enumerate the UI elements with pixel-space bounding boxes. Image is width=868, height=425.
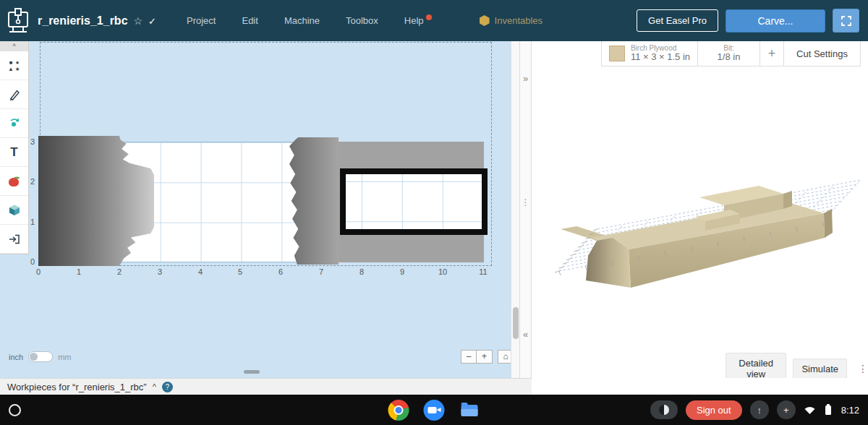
fullscreen-expand-button[interactable] — [833, 9, 859, 33]
x-tick: 1 — [72, 267, 86, 276]
menu-machine[interactable]: Machine — [284, 15, 320, 26]
notification-arrow-icon[interactable]: ↑ — [750, 400, 769, 419]
preview-3d-viewport[interactable] — [532, 41, 868, 395]
menu-help[interactable]: Help — [404, 15, 432, 26]
zoom-app-icon[interactable] — [424, 400, 445, 421]
shapes-icon: ■●▲★ — [8, 59, 21, 72]
notification-status-pill[interactable] — [650, 400, 678, 419]
zoom-out-button[interactable]: – — [461, 350, 477, 364]
bit-selector[interactable]: Bit: 1/8 in — [697, 41, 760, 66]
material-selector[interactable]: Birch Plywood 11 × 3 × 1.5 in — [602, 41, 697, 66]
pen-tool[interactable] — [0, 80, 28, 109]
mm-label: mm — [58, 353, 71, 361]
horizontal-scrollbar-thumb[interactable] — [244, 370, 260, 374]
workpieces-collapse-icon[interactable]: ^ — [153, 382, 156, 391]
workpieces-help-icon[interactable]: ? — [162, 382, 173, 392]
vertical-scrollbar[interactable] — [511, 41, 519, 378]
help-notification-dot — [426, 14, 432, 20]
do-not-disturb-icon — [659, 405, 669, 415]
y-tick: 0 — [25, 257, 35, 266]
cut-settings-button[interactable]: Cut Settings — [783, 41, 860, 66]
design-pane: 0 1 2 3 4 5 6 7 8 9 10 11 3 2 1 0 inch m… — [0, 41, 519, 378]
files-app-icon[interactable] — [459, 400, 480, 421]
sign-out-button[interactable]: Sign out — [686, 400, 742, 420]
easel-logo-icon[interactable] — [7, 7, 29, 35]
selected-rectangle-object[interactable] — [340, 168, 488, 235]
collapse-left-icon[interactable]: « — [520, 329, 531, 340]
saved-check-icon: ✓ — [148, 16, 156, 27]
x-tick: 4 — [193, 267, 208, 276]
simulate-button[interactable]: Simulate — [793, 359, 847, 379]
easel-app: r_renieris_1_rbc ☆ ✓ Project Edit Machin… — [0, 0, 868, 425]
import-tool[interactable] — [0, 225, 28, 254]
offset-circle-icon — [8, 117, 21, 130]
x-tick: 11 — [476, 267, 490, 276]
apple-icon — [9, 176, 20, 186]
pane-divider[interactable]: » ⋮ « — [519, 41, 532, 378]
design-canvas[interactable]: 0 1 2 3 4 5 6 7 8 9 10 11 3 2 1 0 inch m… — [0, 41, 511, 378]
carved-stock-3d — [561, 186, 833, 288]
apple-app-tool[interactable] — [0, 167, 28, 196]
project-title[interactable]: r_renieris_1_rbc — [38, 14, 128, 27]
x-tick: 0 — [31, 267, 46, 276]
menu-edit[interactable]: Edit — [242, 15, 258, 26]
zoom-in-button[interactable]: + — [477, 350, 493, 364]
folder-icon — [461, 405, 478, 416]
x-tick: 7 — [314, 267, 328, 276]
wifi-icon[interactable] — [804, 405, 816, 415]
preview-menu-dots-icon[interactable]: ⋮ — [858, 366, 868, 371]
x-tick: 6 — [273, 267, 288, 276]
zoom-home-button[interactable]: ⌂ — [498, 350, 511, 364]
inch-label: inch — [9, 353, 23, 361]
material-settings-bar: Birch Plywood 11 × 3 × 1.5 in Bit: 1/8 i… — [601, 41, 861, 66]
divider-drag-dots-icon[interactable]: ⋮ — [520, 200, 531, 205]
workpieces-bar[interactable]: Workpieces for “r_renieris_1_rbc” ^ ? — [0, 378, 532, 395]
toggle-knob — [30, 353, 38, 361]
get-easel-pro-button[interactable]: Get Easel Pro — [637, 9, 718, 32]
clock[interactable]: 8:12 — [841, 405, 859, 416]
preview-pane: Birch Plywood 11 × 3 × 1.5 in Bit: 1/8 i… — [532, 41, 868, 395]
notification-plus-icon[interactable]: + — [777, 400, 796, 419]
3d-box-tool[interactable] — [0, 196, 28, 225]
x-tick: 8 — [354, 267, 369, 276]
carve-button[interactable]: Carve... — [726, 9, 825, 33]
menu-toolbox[interactable]: Toolbox — [346, 15, 378, 26]
expand-icon — [841, 16, 851, 26]
main-menu: Project Edit Machine Toolbox Help Invent… — [187, 15, 542, 26]
workpieces-label[interactable]: Workpieces for “r_renieris_1_rbc” — [7, 382, 147, 392]
chrome-browser-icon[interactable] — [388, 400, 409, 421]
pen-icon — [8, 88, 21, 101]
material-dimensions: 11 × 3 × 1.5 in — [631, 52, 690, 63]
sidebar-scroll-up-icon[interactable]: ^ — [0, 41, 28, 51]
inventables-hexagon-icon — [480, 15, 490, 26]
camera-icon — [428, 407, 437, 413]
top-bar: r_renieris_1_rbc ☆ ✓ Project Edit Machin… — [0, 0, 868, 41]
add-bit-button[interactable]: + — [760, 41, 783, 66]
x-tick: 9 — [395, 267, 409, 276]
inventables-link[interactable]: Inventables — [480, 15, 543, 26]
vertical-scrollbar-thumb[interactable] — [513, 307, 519, 339]
right-pane-footer — [532, 378, 868, 395]
text-tool[interactable]: T — [0, 138, 28, 167]
x-tick: 5 — [233, 267, 247, 276]
offsetter-tool[interactable] — [0, 109, 28, 138]
cube-icon — [8, 204, 21, 217]
chromeos-shelf: Sign out ↑ + 8:12 — [0, 395, 868, 425]
favorite-star-icon[interactable]: ☆ — [134, 15, 143, 27]
material-swatch — [609, 46, 625, 61]
tool-sidebar: ^ ■●▲★ — [0, 41, 29, 254]
text-tool-icon: T — [10, 145, 17, 160]
launcher-icon[interactable] — [9, 404, 21, 416]
unit-toggle[interactable] — [28, 351, 53, 362]
shapes-tool[interactable]: ■●▲★ — [0, 51, 28, 80]
menu-project[interactable]: Project — [187, 15, 216, 26]
battery-icon[interactable] — [825, 405, 831, 415]
x-tick: 2 — [112, 267, 127, 276]
x-tick: 10 — [435, 267, 450, 276]
expand-right-icon[interactable]: » — [520, 73, 531, 84]
x-tick: 3 — [153, 267, 167, 276]
import-icon — [8, 233, 21, 246]
